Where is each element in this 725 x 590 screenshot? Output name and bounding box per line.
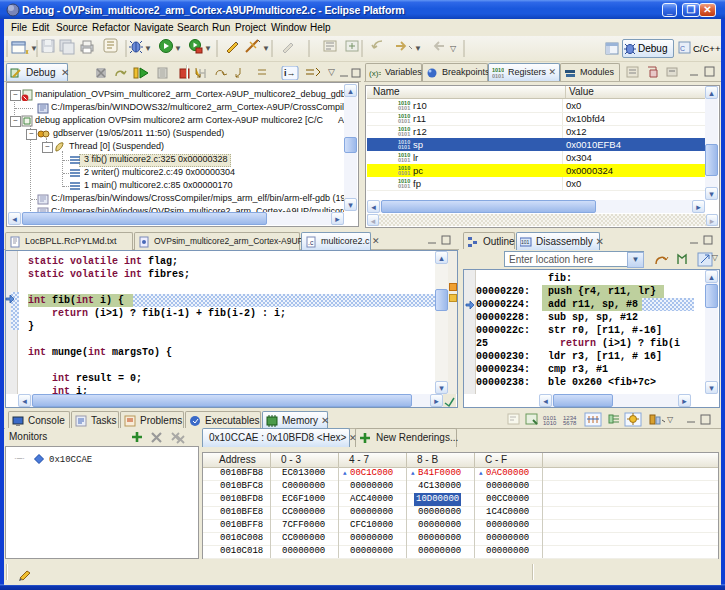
svg-text:▽: ▽: [450, 44, 457, 53]
svg-text:▼: ▼: [174, 44, 182, 53]
svg-text:▼: ▼: [414, 44, 422, 53]
svg-text:▼: ▼: [30, 44, 38, 53]
svg-text:i→: i→: [284, 68, 296, 78]
svg-text:▼: ▼: [144, 44, 152, 53]
svg-text:0101: 0101: [492, 73, 504, 79]
svg-text:▽: ▽: [667, 415, 674, 424]
svg-text:1010: 1010: [543, 420, 557, 426]
svg-text:▼: ▼: [204, 44, 212, 53]
svg-text:▼: ▼: [262, 44, 270, 53]
svg-text:5678: 5678: [563, 420, 577, 426]
svg-text:.c: .c: [308, 239, 314, 246]
svg-text:▽: ▽: [328, 67, 335, 77]
svg-text:101: 101: [521, 239, 530, 245]
svg-text:C: C: [680, 45, 685, 52]
svg-text:(x)=: (x)=: [369, 69, 381, 78]
